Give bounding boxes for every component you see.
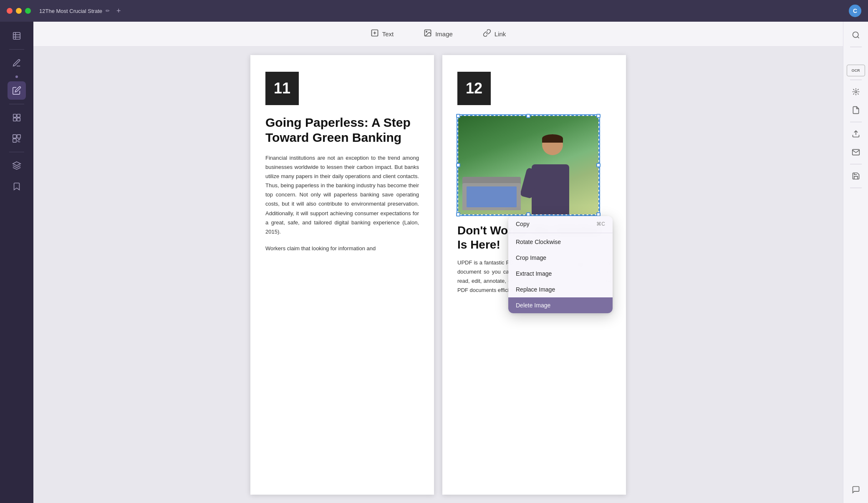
rotate-label: Rotate Clockwise bbox=[516, 239, 561, 245]
sidebar-item-convert[interactable] bbox=[8, 129, 26, 148]
context-menu-delete[interactable]: Delete Image bbox=[508, 297, 613, 313]
svg-rect-8 bbox=[13, 135, 16, 138]
context-menu-copy[interactable]: Copy ⌘C bbox=[508, 216, 613, 232]
text-tool-label: Text bbox=[382, 30, 394, 38]
image-placeholder bbox=[458, 116, 598, 214]
sidebar-item-annotate[interactable] bbox=[8, 54, 26, 72]
svg-point-15 bbox=[853, 32, 858, 38]
svg-marker-11 bbox=[13, 162, 20, 166]
right-divider-3 bbox=[850, 122, 862, 122]
edit-icon[interactable]: ✏ bbox=[106, 8, 110, 14]
svg-rect-0 bbox=[13, 33, 20, 40]
recognize-button[interactable] bbox=[848, 83, 864, 100]
page-container: 11 Going Paperless: A Step Toward Green … bbox=[242, 55, 634, 495]
crop-label: Crop Image bbox=[516, 254, 546, 261]
sidebar-dot bbox=[15, 75, 18, 78]
svg-point-16 bbox=[855, 91, 857, 93]
right-divider-4 bbox=[850, 164, 862, 164]
sidebar-item-bookmark[interactable] bbox=[8, 177, 26, 196]
svg-rect-6 bbox=[13, 118, 16, 121]
main-layout: Text Image Link bbox=[0, 22, 868, 503]
text-tool-icon bbox=[371, 29, 379, 39]
svg-rect-10 bbox=[13, 139, 16, 142]
svg-rect-5 bbox=[17, 114, 20, 117]
handle-top-center[interactable] bbox=[526, 114, 530, 118]
right-divider-5 bbox=[850, 188, 862, 188]
delete-label: Delete Image bbox=[516, 302, 550, 309]
right-divider-1 bbox=[850, 47, 862, 47]
ocr-label: OCR bbox=[852, 68, 860, 73]
maximize-button[interactable] bbox=[25, 8, 31, 14]
link-tool-label: Link bbox=[495, 30, 506, 38]
handle-bottom-left[interactable] bbox=[456, 212, 460, 216]
svg-point-14 bbox=[426, 31, 427, 33]
document-area[interactable]: 11 Going Paperless: A Step Toward Green … bbox=[33, 47, 843, 503]
page-heading-11: Going Paperless: A Step Toward Green Ban… bbox=[265, 115, 419, 145]
pdf-page-11: 11 Going Paperless: A Step Toward Green … bbox=[250, 55, 434, 495]
new-tab-button[interactable]: + bbox=[116, 7, 121, 15]
toolbar: Text Image Link bbox=[33, 22, 843, 47]
replace-label: Replace Image bbox=[516, 286, 555, 293]
sidebar-item-layers[interactable] bbox=[8, 156, 26, 175]
toolbar-link-button[interactable]: Link bbox=[476, 25, 513, 43]
chat-button[interactable] bbox=[848, 481, 864, 498]
document-button[interactable] bbox=[848, 102, 864, 118]
toolbar-text-button[interactable]: Text bbox=[364, 25, 401, 43]
sidebar-divider-2 bbox=[9, 104, 24, 104]
handle-middle-right[interactable] bbox=[596, 163, 601, 167]
image-tool-icon bbox=[424, 29, 432, 39]
search-button[interactable] bbox=[848, 27, 864, 43]
sidebar-item-pages[interactable] bbox=[8, 27, 26, 45]
copy-label: Copy bbox=[516, 221, 530, 227]
image-tool-label: Image bbox=[435, 30, 453, 38]
svg-rect-9 bbox=[17, 135, 20, 138]
minimize-button[interactable] bbox=[16, 8, 22, 14]
context-menu-divider-1 bbox=[508, 233, 613, 233]
pdf-page-12: 12 bbox=[442, 55, 626, 495]
context-menu-extract[interactable]: Extract Image bbox=[508, 266, 613, 282]
svg-rect-4 bbox=[13, 114, 16, 117]
svg-rect-7 bbox=[17, 118, 20, 121]
sidebar-item-organize[interactable] bbox=[8, 108, 26, 127]
context-menu-crop[interactable]: Crop Image bbox=[508, 250, 613, 266]
link-tool-icon bbox=[483, 29, 491, 39]
sidebar-divider-3 bbox=[9, 152, 24, 152]
handle-middle-left[interactable] bbox=[456, 163, 460, 167]
traffic-lights bbox=[7, 8, 31, 14]
left-sidebar bbox=[0, 22, 33, 503]
page-number-box-12: 12 bbox=[457, 72, 491, 105]
context-menu-replace[interactable]: Replace Image bbox=[508, 282, 613, 297]
toolbar-image-button[interactable]: Image bbox=[417, 25, 459, 43]
extract-label: Extract Image bbox=[516, 270, 552, 277]
content-area: Text Image Link bbox=[33, 22, 843, 503]
page-number-box-11: 11 bbox=[265, 72, 299, 105]
sidebar-item-edit[interactable] bbox=[8, 81, 26, 100]
tab-title: 12The Most Crucial Strate ✏ bbox=[39, 8, 110, 14]
page-body-11: Financial institutions are not an except… bbox=[265, 153, 419, 236]
tab-title-text: 12The Most Crucial Strate bbox=[39, 8, 102, 14]
page-number-12: 12 bbox=[466, 80, 482, 97]
handle-top-right[interactable] bbox=[596, 114, 601, 118]
avatar[interactable]: C bbox=[849, 5, 861, 17]
sidebar-divider-1 bbox=[9, 49, 24, 50]
right-toolbar: OCR bbox=[843, 22, 868, 503]
save-button[interactable] bbox=[848, 168, 864, 184]
page-body-11b: Workers claim that looking for informati… bbox=[265, 244, 419, 253]
page-number-11: 11 bbox=[274, 80, 290, 97]
context-menu: Copy ⌘C Rotate Clockwise Crop Image bbox=[508, 216, 613, 313]
image-selection-box[interactable]: Copy ⌘C Rotate Clockwise Crop Image bbox=[457, 115, 599, 215]
ocr-button[interactable]: OCR bbox=[847, 65, 865, 76]
share-button[interactable] bbox=[848, 126, 864, 142]
copy-shortcut: ⌘C bbox=[596, 221, 605, 227]
email-button[interactable] bbox=[848, 144, 864, 161]
context-menu-rotate[interactable]: Rotate Clockwise bbox=[508, 234, 613, 250]
titlebar: 12The Most Crucial Strate ✏ + C bbox=[0, 0, 868, 22]
close-button[interactable] bbox=[7, 8, 13, 14]
right-divider-2 bbox=[850, 80, 862, 80]
handle-top-left[interactable] bbox=[456, 114, 460, 118]
